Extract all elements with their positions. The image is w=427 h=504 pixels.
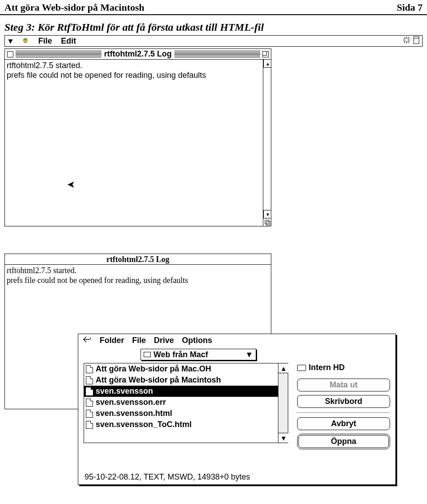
- options-menu[interactable]: Options: [182, 336, 212, 345]
- document-icon: [86, 410, 93, 418]
- open-file-dialog: Folder File Drive Options Web från Macf …: [78, 334, 396, 485]
- svg-line-7: [404, 41, 406, 43]
- zoom-icon[interactable]: [262, 51, 269, 57]
- menu-app-icon[interactable]: [413, 36, 419, 46]
- window-title: rtftohtml2.7.5 Log: [5, 254, 271, 265]
- folder-popup-label: Web från Macf: [153, 350, 208, 359]
- file-menu[interactable]: File: [38, 36, 52, 46]
- desktop-button[interactable]: Skrivbord: [297, 395, 390, 408]
- list-item[interactable]: Att göra Web-sidor på Mac.OH: [84, 363, 278, 375]
- svg-line-4: [404, 37, 406, 39]
- list-item-selected[interactable]: sven.svensson: [84, 386, 278, 397]
- scroll-down-icon[interactable]: ▾: [278, 433, 288, 443]
- page-header: Att göra Web-sidor på Macintosh Sida 7: [0, 0, 427, 15]
- svg-line-6: [408, 37, 410, 39]
- log-line: rtftohtml2.7.5 started.: [7, 266, 269, 275]
- volume-name: Intern HD: [297, 363, 390, 372]
- dialog-menubar: Folder File Drive Options: [78, 334, 395, 347]
- file-list: Att göra Web-sidor på Mac.OH Att göra We…: [84, 363, 288, 443]
- file-menu[interactable]: File: [132, 336, 146, 345]
- scroll-up-icon[interactable]: ▴: [263, 60, 271, 68]
- file-name: Att göra Web-sidor på Mac.OH: [96, 364, 211, 374]
- titlebar[interactable]: rtftohtml2.7.5 Log: [5, 49, 271, 60]
- document-icon: [86, 365, 93, 373]
- back-icon[interactable]: [83, 336, 92, 345]
- volume-label: Intern HD: [309, 363, 345, 372]
- svg-rect-8: [414, 36, 419, 44]
- svg-line-5: [408, 41, 410, 43]
- scrollbar-vertical[interactable]: ▴ ▾: [278, 363, 288, 443]
- apple-menu-icon[interactable]: [21, 37, 29, 45]
- log-line: prefs file could not be opened for readi…: [7, 70, 262, 80]
- dropdown-arrow-icon: ▾: [8, 36, 12, 46]
- log-window: rtftohtml2.7.5 Log rtftohtml2.7.5 starte…: [4, 48, 271, 226]
- edit-menu[interactable]: Edit: [61, 36, 76, 46]
- file-name: Att göra Web-sidor på Macintosh: [96, 375, 221, 385]
- open-button[interactable]: Öppna: [297, 434, 390, 449]
- cancel-button[interactable]: Avbryt: [297, 417, 390, 430]
- log-content: rtftohtml2.7.5 started. prefs file could…: [5, 265, 271, 286]
- log-line: rtftohtml2.7.5 started.: [7, 60, 262, 70]
- document-icon: [86, 399, 93, 407]
- chevron-down-icon: ▼: [245, 350, 253, 359]
- menu-extras-icon[interactable]: [403, 36, 411, 46]
- scrollbar-vertical[interactable]: ▴ ▾: [263, 60, 271, 218]
- document-icon: [86, 376, 93, 384]
- close-icon[interactable]: [7, 51, 13, 57]
- svg-rect-10: [265, 220, 269, 224]
- document-icon: [86, 387, 93, 395]
- disk-icon: [297, 365, 306, 371]
- folder-popup[interactable]: Web från Macf ▼: [141, 349, 256, 360]
- status-text: 95-10-22-08.12, TEXT, MSWD, 14938+0 byte…: [85, 472, 250, 482]
- list-item[interactable]: Att göra Web-sidor på Macintosh: [84, 375, 278, 386]
- log-content: rtftohtml2.7.5 started. prefs file could…: [5, 60, 271, 226]
- scroll-down-icon[interactable]: ▾: [263, 210, 271, 218]
- step-title: Steg 3: Kör RtfToHtml för att få första …: [0, 15, 427, 35]
- divider: [297, 412, 390, 413]
- drive-menu[interactable]: Drive: [154, 336, 174, 345]
- file-name: sven.svensson.err: [96, 398, 166, 407]
- window-title: rtftohtml2.7.5 Log: [101, 49, 174, 59]
- log-line: prefs file could not be opened for readi…: [7, 275, 269, 285]
- list-item[interactable]: sven.svensson_ToC.html: [84, 419, 278, 430]
- folder-menu[interactable]: Folder: [100, 336, 124, 345]
- svg-rect-11: [266, 222, 270, 226]
- resize-handle-icon[interactable]: [263, 218, 271, 226]
- scroll-up-icon[interactable]: ▴: [278, 363, 288, 373]
- list-item[interactable]: sven.svensson.err: [84, 397, 278, 408]
- file-name: sven.svensson.html: [96, 409, 172, 418]
- list-item[interactable]: sven.svensson.html: [84, 408, 278, 419]
- cursor-icon: ➤: [67, 180, 75, 190]
- header-page: Sida 7: [397, 2, 423, 13]
- file-name: sven.svensson_ToC.html: [96, 420, 192, 429]
- mac-menubar: ▾ File Edit: [4, 35, 423, 47]
- eject-button: Mata ut: [297, 379, 390, 391]
- header-title: Att göra Web-sidor på Macintosh: [4, 2, 145, 13]
- folder-icon: [144, 352, 151, 357]
- document-icon: [86, 421, 93, 429]
- file-name: sven.svensson: [96, 387, 153, 396]
